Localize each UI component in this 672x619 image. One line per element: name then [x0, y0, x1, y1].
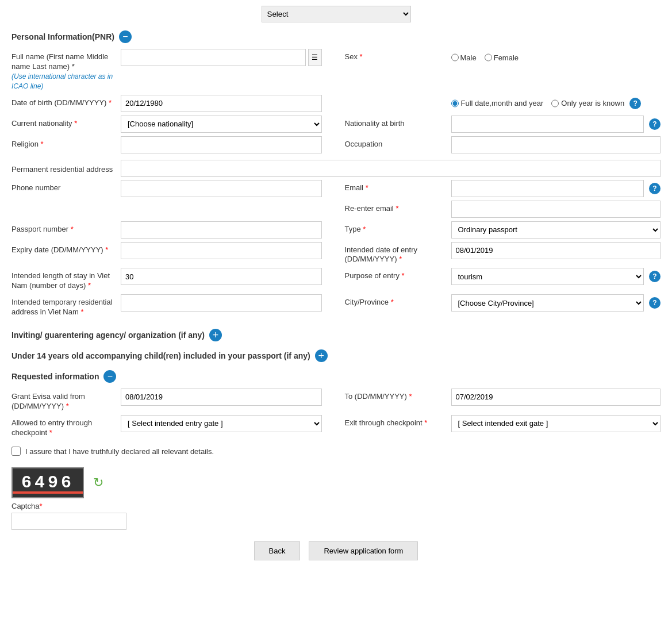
sex-label: Sex *: [345, 49, 451, 62]
email-label: Email *: [345, 180, 451, 193]
purpose-select[interactable]: tourism business visit other: [451, 268, 644, 285]
dob-year-radio[interactable]: [551, 95, 559, 112]
personal-info-title: Personal Information(PNR): [11, 32, 114, 41]
assurance-row: I assure that I have truthfully declared…: [11, 441, 661, 462]
captcha-section: 6496 ↻ Captcha*: [11, 467, 661, 530]
review-button[interactable]: Review application form: [309, 541, 418, 560]
fullname-input[interactable]: [121, 49, 306, 66]
fullname-label: Full name (First name Middle name Last n…: [11, 49, 121, 91]
personal-info-section-header: Personal Information(PNR) −: [11, 30, 661, 43]
dob-label: Date of birth (DD/MM/YYYY) *: [11, 95, 121, 108]
dob-year-label[interactable]: Only year is known: [551, 95, 624, 112]
dob-full-radio[interactable]: [451, 95, 459, 112]
buttons-row: Back Review application form: [11, 541, 661, 560]
religion-label: Religion *: [11, 136, 121, 149]
nat-birth-help-btn[interactable]: ?: [649, 118, 661, 130]
intended-entry-date-label: Intended date of entry (DD/MM/YYYY) *: [345, 242, 451, 265]
captcha-label: Captcha: [11, 502, 39, 510]
under14-title: Under 14 years old accompanying child(re…: [11, 351, 310, 360]
nat-birth-label: Nationality at birth: [345, 116, 451, 129]
stay-length-input[interactable]: [121, 268, 322, 285]
temp-address-label: Intended temporary residential address i…: [11, 294, 121, 317]
city-help-btn[interactable]: ?: [649, 297, 661, 309]
expiry-label: Expiry date (DD/MM/YYYY) *: [11, 242, 121, 255]
captcha-input[interactable]: [11, 513, 126, 530]
dob-options-label: [345, 102, 451, 105]
top-select[interactable]: Select: [262, 6, 411, 22]
entry-checkpoint-select[interactable]: [ Select intended entry gate ]: [121, 415, 322, 432]
dob-full-label[interactable]: Full date,month and year: [451, 95, 544, 112]
current-nat-select[interactable]: [Choose nationality]: [121, 116, 322, 133]
inviting-section-header: Inviting/ guarentering agency/ organizat…: [11, 329, 661, 341]
email-input[interactable]: [451, 180, 644, 197]
personal-info-form: Full name (First name Middle name Last n…: [11, 49, 661, 321]
requested-info-form: Grant Evisa valid from (DD/MM/YYYY) * To…: [11, 389, 661, 441]
city-label: City/Province *: [345, 294, 451, 307]
fullname-icon-btn[interactable]: ☰: [308, 49, 322, 66]
occupation-label: Occupation: [345, 136, 451, 149]
sex-male-label[interactable]: Male: [451, 49, 477, 66]
dob-input[interactable]: [121, 95, 322, 112]
exit-checkpoint-label: Exit through checkpoint *: [345, 415, 451, 428]
type-select[interactable]: Ordinary passport Diplomatic passport Of…: [451, 221, 661, 239]
email-help-btn[interactable]: ?: [649, 183, 661, 194]
inviting-expand-btn[interactable]: +: [209, 329, 222, 341]
sex-male-radio[interactable]: [451, 49, 459, 66]
entry-checkpoint-label: Allowed to entry through checkpoint *: [11, 415, 121, 438]
current-nat-label: Current nationality *: [11, 116, 121, 129]
type-label: Type *: [345, 221, 451, 234]
grant-to-label: To (DD/MM/YYYY) *: [345, 389, 451, 402]
religion-input[interactable]: [121, 136, 322, 153]
perm-address-input[interactable]: [121, 160, 661, 177]
purpose-label: Purpose of entry *: [345, 268, 451, 281]
icao-note: (Use international character as in ICAO …: [11, 72, 113, 90]
grant-to-input[interactable]: [451, 389, 661, 406]
passport-num-label: Passport number *: [11, 221, 121, 234]
perm-address-row: Permanent residential address: [11, 157, 661, 180]
expiry-input[interactable]: [121, 242, 322, 259]
requested-info-collapse-btn[interactable]: −: [103, 370, 116, 383]
under14-expand-btn[interactable]: +: [315, 349, 328, 362]
perm-address-label: Permanent residential address: [11, 162, 121, 175]
assurance-checkbox[interactable]: [11, 447, 21, 456]
captcha-value: 6496: [21, 473, 74, 493]
purpose-help-btn[interactable]: ?: [649, 271, 661, 282]
assurance-text: I assure that I have truthfully declared…: [25, 447, 214, 456]
sex-female-radio[interactable]: [485, 49, 492, 66]
occupation-input[interactable]: [451, 136, 661, 153]
exit-checkpoint-select[interactable]: [ Select intended exit gate ]: [451, 415, 661, 432]
re-email-label: Re-enter email *: [345, 201, 451, 214]
re-email-input[interactable]: [451, 201, 661, 218]
dob-help-btn[interactable]: ?: [629, 98, 641, 109]
passport-num-input[interactable]: [121, 221, 322, 239]
phone-label: Phone number: [11, 180, 121, 193]
captcha-refresh-btn[interactable]: ↻: [93, 475, 103, 490]
grant-from-label: Grant Evisa valid from (DD/MM/YYYY) *: [11, 389, 121, 412]
sex-female-label[interactable]: Female: [485, 49, 519, 66]
grant-from-input[interactable]: [121, 389, 322, 406]
back-button[interactable]: Back: [254, 541, 301, 560]
stay-length-label: Intended length of stay in Viet Nam (num…: [11, 268, 121, 291]
temp-address-input[interactable]: [121, 294, 322, 312]
city-select[interactable]: [Choose City/Province]: [451, 294, 644, 312]
inviting-title: Inviting/ guarentering agency/ organizat…: [11, 330, 205, 340]
captcha-image: 6496: [11, 467, 84, 498]
nat-birth-input[interactable]: [451, 116, 644, 133]
requested-info-section-header: Requested information −: [11, 370, 661, 383]
requested-info-title: Requested information: [11, 372, 99, 381]
intended-entry-date-input[interactable]: [451, 242, 661, 259]
phone-input[interactable]: [121, 180, 322, 197]
personal-info-collapse-btn[interactable]: −: [119, 30, 132, 43]
under14-section-header: Under 14 years old accompanying child(re…: [11, 349, 661, 362]
